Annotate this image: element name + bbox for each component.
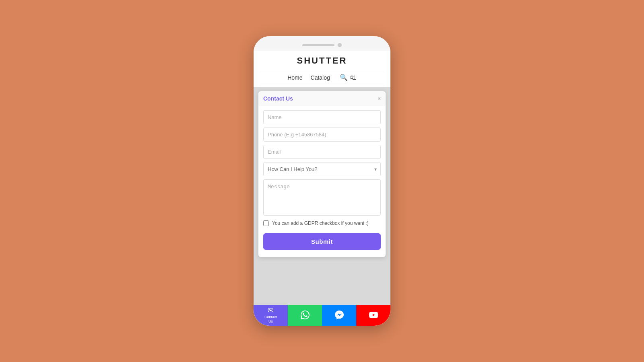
- bottom-youtube-button[interactable]: [356, 305, 390, 326]
- contact-icon: ✉: [268, 307, 274, 314]
- phone-notch: [302, 44, 334, 46]
- help-select[interactable]: How Can I Help You? General Inquiry Supp…: [263, 162, 381, 176]
- bottom-contact-button[interactable]: ✉ ContactUs: [254, 305, 288, 326]
- youtube-icon: [369, 311, 378, 321]
- contact-label: ContactUs: [264, 315, 277, 324]
- modal-header: Contact Us ×: [258, 91, 386, 106]
- nav-icons: 🔍 🛍: [340, 74, 357, 81]
- modal-body: How Can I Help You? General Inquiry Supp…: [258, 106, 386, 257]
- gdpr-checkbox[interactable]: [263, 220, 269, 226]
- search-icon[interactable]: 🔍: [340, 74, 348, 81]
- submit-button[interactable]: Submit: [263, 233, 381, 250]
- bottom-messenger-button[interactable]: [322, 305, 356, 326]
- contact-modal: Contact Us × How Can I Help You? General…: [258, 91, 386, 257]
- cart-icon[interactable]: 🛍: [350, 74, 357, 81]
- phone-top-bar: [254, 36, 390, 51]
- app-title: SHUTTER: [260, 56, 384, 66]
- phone-screen: SHUTTER Home Catalog 🔍 🛍 Contact Us ×: [254, 51, 390, 326]
- gdpr-row: You can add a GDPR checkbox if you want …: [263, 219, 381, 228]
- help-select-wrapper: How Can I Help You? General Inquiry Supp…: [263, 162, 381, 176]
- messenger-icon: [335, 311, 344, 321]
- modal-close-button[interactable]: ×: [378, 95, 381, 102]
- bottom-whatsapp-button[interactable]: [288, 305, 322, 326]
- phone-frame: SHUTTER Home Catalog 🔍 🛍 Contact Us ×: [254, 36, 390, 326]
- bottom-bar: ✉ ContactUs: [254, 305, 390, 326]
- email-input[interactable]: [263, 145, 381, 159]
- whatsapp-icon: [301, 311, 310, 321]
- gdpr-label: You can add a GDPR checkbox if you want …: [272, 220, 369, 226]
- phone-input[interactable]: [263, 128, 381, 142]
- name-input[interactable]: [263, 110, 381, 124]
- nav-bar: Home Catalog 🔍 🛍: [260, 71, 384, 84]
- modal-overlay: Contact Us × How Can I Help You? General…: [254, 87, 390, 305]
- phone-camera: [338, 43, 342, 47]
- modal-title: Contact Us: [263, 95, 293, 102]
- nav-catalog[interactable]: Catalog: [311, 74, 330, 81]
- nav-home[interactable]: Home: [287, 74, 302, 81]
- app-header: SHUTTER Home Catalog 🔍 🛍: [254, 51, 390, 87]
- message-textarea[interactable]: [263, 179, 381, 216]
